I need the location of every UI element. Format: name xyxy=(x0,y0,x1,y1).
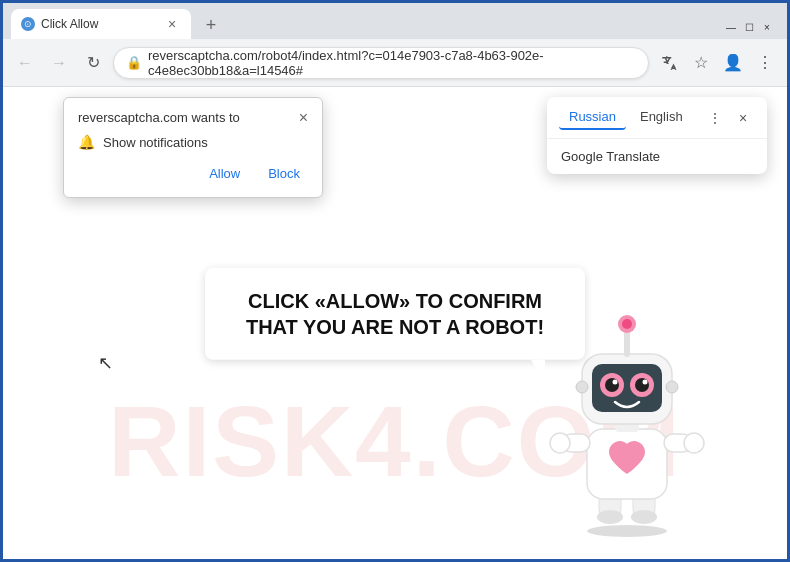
window-controls: — ☐ × xyxy=(723,19,779,39)
popup-header: reverscaptcha.com wants to × xyxy=(78,110,308,126)
popup-notification-row: 🔔 Show notifications xyxy=(78,134,308,150)
url-bar[interactable]: 🔒 reverscaptcha.com/robot4/index.html?c=… xyxy=(113,47,649,79)
translate-tabs: Russian English xyxy=(559,105,693,130)
tab-russian[interactable]: Russian xyxy=(559,105,626,130)
svg-point-23 xyxy=(666,381,678,393)
bookmark-button[interactable]: ☆ xyxy=(687,49,715,77)
svg-point-17 xyxy=(613,380,618,385)
translate-menu-button[interactable]: ⋮ xyxy=(703,106,727,130)
tab-english[interactable]: English xyxy=(630,105,693,130)
svg-point-7 xyxy=(550,433,570,453)
tab-title: Click Allow xyxy=(41,17,98,31)
lock-icon: 🔒 xyxy=(126,55,142,70)
page-message-text: CLICK «ALLOW» TO CONFIRM THAT YOU ARE NO… xyxy=(246,290,544,338)
notification-popup: reverscaptcha.com wants to × 🔔 Show noti… xyxy=(63,97,323,198)
svg-point-9 xyxy=(684,433,704,453)
popup-title: reverscaptcha.com wants to xyxy=(78,110,240,125)
svg-point-16 xyxy=(635,378,649,392)
svg-point-4 xyxy=(631,510,657,524)
notification-label: Show notifications xyxy=(103,135,208,150)
url-text: reverscaptcha.com/robot4/index.html?c=01… xyxy=(148,48,636,78)
tab-bar: ⊙ Click Allow × + — ☐ × xyxy=(3,3,787,39)
menu-button[interactable]: ⋮ xyxy=(751,49,779,77)
svg-point-0 xyxy=(587,525,667,537)
tab-favicon: ⊙ xyxy=(21,17,35,31)
svg-rect-19 xyxy=(624,329,630,357)
address-actions: ☆ 👤 ⋮ xyxy=(655,49,779,77)
svg-point-21 xyxy=(622,319,632,329)
mouse-cursor: ↖ xyxy=(98,352,113,374)
translate-option-google[interactable]: Google Translate xyxy=(547,139,767,174)
translate-popup: Russian English ⋮ × Google Translate xyxy=(547,97,767,174)
translate-header-icons: ⋮ × xyxy=(703,106,755,130)
translate-close-button[interactable]: × xyxy=(731,106,755,130)
close-button[interactable]: × xyxy=(759,19,775,35)
popup-close-button[interactable]: × xyxy=(299,110,308,126)
back-button[interactable]: ← xyxy=(11,49,39,77)
refresh-button[interactable]: ↻ xyxy=(79,49,107,77)
new-tab-button[interactable]: + xyxy=(197,11,225,39)
address-bar: ← → ↻ 🔒 reverscaptcha.com/robot4/index.h… xyxy=(3,39,787,87)
page-message: CLICK «ALLOW» TO CONFIRM THAT YOU ARE NO… xyxy=(205,268,585,360)
browser-window: ⊙ Click Allow × + — ☐ × ← → ↻ 🔒 reversca… xyxy=(0,0,790,562)
content-area: RISK4.COM reverscaptcha.com wants to × 🔔… xyxy=(3,87,787,559)
allow-button[interactable]: Allow xyxy=(201,162,248,185)
forward-button[interactable]: → xyxy=(45,49,73,77)
bell-icon: 🔔 xyxy=(78,134,95,150)
translate-header: Russian English ⋮ × xyxy=(547,97,767,138)
translate-icon[interactable] xyxy=(655,49,683,77)
svg-point-15 xyxy=(605,378,619,392)
profile-button[interactable]: 👤 xyxy=(719,49,747,77)
popup-actions: Allow Block xyxy=(78,162,308,185)
active-tab[interactable]: ⊙ Click Allow × xyxy=(11,9,191,39)
svg-point-3 xyxy=(597,510,623,524)
tab-close-button[interactable]: × xyxy=(163,15,181,33)
minimize-button[interactable]: — xyxy=(723,19,739,35)
maximize-button[interactable]: ☐ xyxy=(741,19,757,35)
block-button[interactable]: Block xyxy=(260,162,308,185)
svg-point-22 xyxy=(576,381,588,393)
svg-point-18 xyxy=(643,380,648,385)
